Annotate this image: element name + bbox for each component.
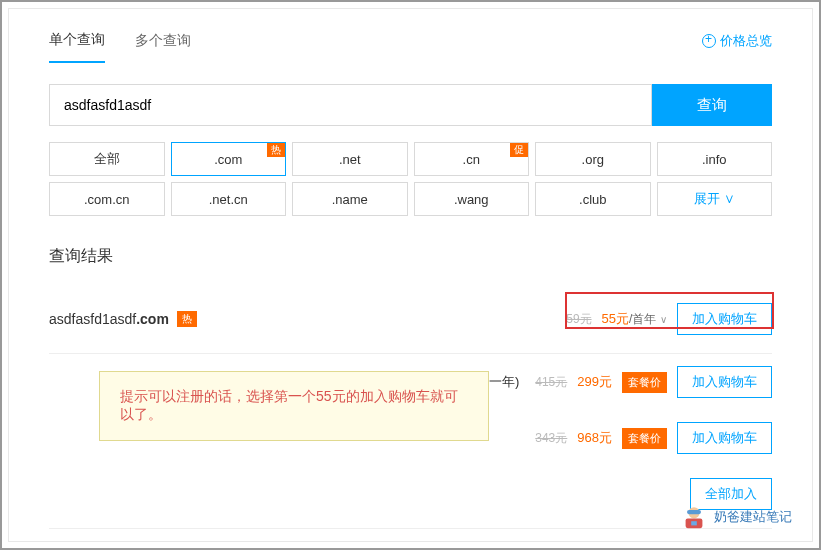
search-button[interactable]: 查询 [652, 84, 772, 126]
tld-net[interactable]: .net [292, 142, 408, 176]
watermark: 奶爸建站笔记 [680, 503, 792, 531]
old-price: 415元 [535, 374, 567, 391]
new-price: 299元 [577, 373, 612, 391]
results-title: 查询结果 [49, 246, 772, 267]
promo-badge-icon: 促 [510, 143, 528, 157]
tld-name[interactable]: .name [292, 182, 408, 216]
tld-expand[interactable]: 展开 ∨ [657, 182, 773, 216]
avatar-icon [680, 503, 708, 531]
result-domain-name: asdfasfd1asdf.com [49, 311, 169, 327]
tld-org[interactable]: .org [535, 142, 651, 176]
tld-comcn[interactable]: .com.cn [49, 182, 165, 216]
add-to-cart-button[interactable]: 加入购物车 [677, 303, 772, 335]
svg-rect-3 [691, 521, 697, 525]
hint-text: 同时注册更多后缀，更有利于您的品牌保护 [49, 528, 772, 542]
hot-badge-icon: 热 [177, 311, 197, 327]
tld-all[interactable]: 全部 [49, 142, 165, 176]
tab-multi-query[interactable]: 多个查询 [135, 20, 191, 62]
svg-rect-1 [687, 510, 701, 514]
annotation-note: 提示可以注册的话，选择第一个55元的加入购物车就可以了。 [99, 371, 489, 441]
tld-info[interactable]: .info [657, 142, 773, 176]
new-price: 968元 [577, 429, 612, 447]
tld-club[interactable]: .club [535, 182, 651, 216]
combo-badge: 套餐价 [622, 372, 667, 393]
chevron-down-icon[interactable]: ∨ [660, 314, 667, 325]
result-row: asdfasfd1asdf.com 热 59元 55元/首年 ∨ 加入购物车 [49, 285, 772, 354]
plus-circle-icon [702, 34, 716, 48]
combo-badge: 套餐价 [622, 428, 667, 449]
old-price: 59元 [566, 311, 591, 328]
hot-badge-icon: 热 [267, 143, 285, 157]
domain-search-input[interactable] [49, 84, 652, 126]
watermark-text: 奶爸建站笔记 [714, 508, 792, 526]
price-overview-link[interactable]: 价格总览 [702, 32, 772, 50]
tld-cn[interactable]: .cn 促 [414, 142, 530, 176]
add-to-cart-button[interactable]: 加入购物车 [677, 366, 772, 398]
new-price: 55元 [602, 311, 629, 326]
tld-grid: 全部 .com 热 .net .cn 促 .org .info .com.cn … [49, 142, 772, 216]
tld-com[interactable]: .com 热 [171, 142, 287, 176]
search-row: 查询 [49, 84, 772, 126]
old-price: 343元 [535, 430, 567, 447]
tld-wang[interactable]: .wang [414, 182, 530, 216]
tld-netcn[interactable]: .net.cn [171, 182, 287, 216]
price-overview-label: 价格总览 [720, 32, 772, 50]
tab-single-query[interactable]: 单个查询 [49, 19, 105, 63]
add-to-cart-button[interactable]: 加入购物车 [677, 422, 772, 454]
search-tabs: 单个查询 多个查询 价格总览 [49, 19, 772, 64]
